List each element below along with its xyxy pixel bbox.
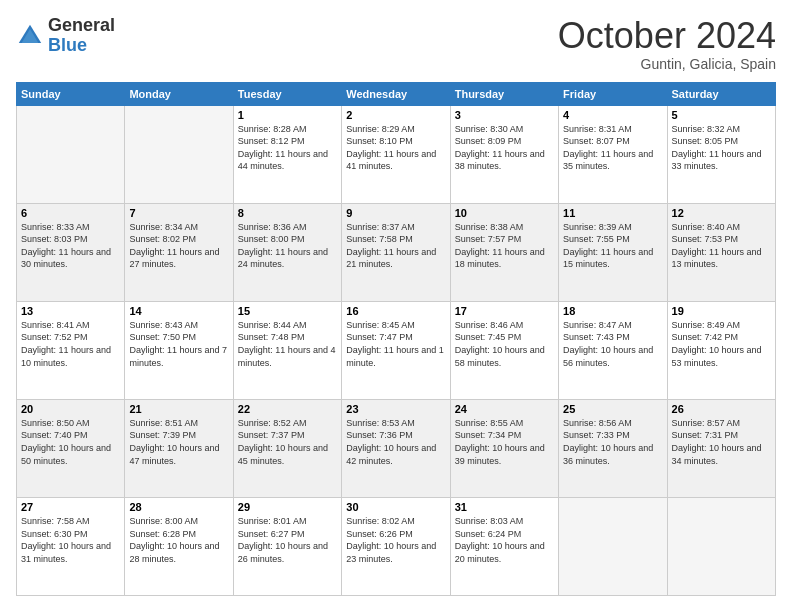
day-number: 12 [672, 207, 771, 219]
day-info: Sunrise: 8:30 AM Sunset: 8:09 PM Dayligh… [455, 123, 554, 173]
day-number: 1 [238, 109, 337, 121]
logo: General Blue [16, 16, 115, 56]
calendar-table: Sunday Monday Tuesday Wednesday Thursday… [16, 82, 776, 596]
table-row: 31Sunrise: 8:03 AM Sunset: 6:24 PM Dayli… [450, 497, 558, 595]
table-row: 30Sunrise: 8:02 AM Sunset: 6:26 PM Dayli… [342, 497, 450, 595]
day-info: Sunrise: 8:32 AM Sunset: 8:05 PM Dayligh… [672, 123, 771, 173]
day-info: Sunrise: 8:52 AM Sunset: 7:37 PM Dayligh… [238, 417, 337, 467]
day-info: Sunrise: 8:33 AM Sunset: 8:03 PM Dayligh… [21, 221, 120, 271]
calendar-row: 20Sunrise: 8:50 AM Sunset: 7:40 PM Dayli… [17, 399, 776, 497]
day-number: 22 [238, 403, 337, 415]
table-row [559, 497, 667, 595]
calendar-row: 6Sunrise: 8:33 AM Sunset: 8:03 PM Daylig… [17, 203, 776, 301]
month-title: October 2024 [558, 16, 776, 56]
logo-blue-text: Blue [48, 36, 115, 56]
table-row: 4Sunrise: 8:31 AM Sunset: 8:07 PM Daylig… [559, 105, 667, 203]
header-wednesday: Wednesday [342, 82, 450, 105]
weekday-header-row: Sunday Monday Tuesday Wednesday Thursday… [17, 82, 776, 105]
header-saturday: Saturday [667, 82, 775, 105]
table-row: 20Sunrise: 8:50 AM Sunset: 7:40 PM Dayli… [17, 399, 125, 497]
day-number: 6 [21, 207, 120, 219]
day-number: 7 [129, 207, 228, 219]
table-row: 21Sunrise: 8:51 AM Sunset: 7:39 PM Dayli… [125, 399, 233, 497]
header-monday: Monday [125, 82, 233, 105]
table-row: 28Sunrise: 8:00 AM Sunset: 6:28 PM Dayli… [125, 497, 233, 595]
table-row: 1Sunrise: 8:28 AM Sunset: 8:12 PM Daylig… [233, 105, 341, 203]
table-row: 12Sunrise: 8:40 AM Sunset: 7:53 PM Dayli… [667, 203, 775, 301]
day-info: Sunrise: 8:50 AM Sunset: 7:40 PM Dayligh… [21, 417, 120, 467]
logo-general-text: General [48, 16, 115, 36]
day-number: 11 [563, 207, 662, 219]
table-row: 16Sunrise: 8:45 AM Sunset: 7:47 PM Dayli… [342, 301, 450, 399]
day-info: Sunrise: 7:58 AM Sunset: 6:30 PM Dayligh… [21, 515, 120, 565]
day-info: Sunrise: 8:31 AM Sunset: 8:07 PM Dayligh… [563, 123, 662, 173]
day-number: 17 [455, 305, 554, 317]
table-row: 29Sunrise: 8:01 AM Sunset: 6:27 PM Dayli… [233, 497, 341, 595]
day-number: 28 [129, 501, 228, 513]
header-sunday: Sunday [17, 82, 125, 105]
day-number: 10 [455, 207, 554, 219]
day-info: Sunrise: 8:55 AM Sunset: 7:34 PM Dayligh… [455, 417, 554, 467]
calendar-row: 27Sunrise: 7:58 AM Sunset: 6:30 PM Dayli… [17, 497, 776, 595]
day-info: Sunrise: 8:45 AM Sunset: 7:47 PM Dayligh… [346, 319, 445, 369]
day-info: Sunrise: 8:41 AM Sunset: 7:52 PM Dayligh… [21, 319, 120, 369]
day-number: 20 [21, 403, 120, 415]
day-info: Sunrise: 8:40 AM Sunset: 7:53 PM Dayligh… [672, 221, 771, 271]
logo-text: General Blue [48, 16, 115, 56]
table-row: 5Sunrise: 8:32 AM Sunset: 8:05 PM Daylig… [667, 105, 775, 203]
day-info: Sunrise: 8:01 AM Sunset: 6:27 PM Dayligh… [238, 515, 337, 565]
calendar-row: 13Sunrise: 8:41 AM Sunset: 7:52 PM Dayli… [17, 301, 776, 399]
calendar-row: 1Sunrise: 8:28 AM Sunset: 8:12 PM Daylig… [17, 105, 776, 203]
table-row: 11Sunrise: 8:39 AM Sunset: 7:55 PM Dayli… [559, 203, 667, 301]
day-number: 31 [455, 501, 554, 513]
table-row [667, 497, 775, 595]
table-row: 10Sunrise: 8:38 AM Sunset: 7:57 PM Dayli… [450, 203, 558, 301]
table-row: 13Sunrise: 8:41 AM Sunset: 7:52 PM Dayli… [17, 301, 125, 399]
day-info: Sunrise: 8:43 AM Sunset: 7:50 PM Dayligh… [129, 319, 228, 369]
header-thursday: Thursday [450, 82, 558, 105]
day-info: Sunrise: 8:29 AM Sunset: 8:10 PM Dayligh… [346, 123, 445, 173]
table-row: 7Sunrise: 8:34 AM Sunset: 8:02 PM Daylig… [125, 203, 233, 301]
day-info: Sunrise: 8:53 AM Sunset: 7:36 PM Dayligh… [346, 417, 445, 467]
day-number: 29 [238, 501, 337, 513]
day-number: 5 [672, 109, 771, 121]
calendar-page: General Blue October 2024 Guntin, Galici… [0, 0, 792, 612]
day-number: 26 [672, 403, 771, 415]
table-row: 22Sunrise: 8:52 AM Sunset: 7:37 PM Dayli… [233, 399, 341, 497]
day-info: Sunrise: 8:02 AM Sunset: 6:26 PM Dayligh… [346, 515, 445, 565]
day-number: 21 [129, 403, 228, 415]
day-number: 19 [672, 305, 771, 317]
table-row: 17Sunrise: 8:46 AM Sunset: 7:45 PM Dayli… [450, 301, 558, 399]
day-number: 30 [346, 501, 445, 513]
header-friday: Friday [559, 82, 667, 105]
day-number: 3 [455, 109, 554, 121]
table-row: 3Sunrise: 8:30 AM Sunset: 8:09 PM Daylig… [450, 105, 558, 203]
table-row: 26Sunrise: 8:57 AM Sunset: 7:31 PM Dayli… [667, 399, 775, 497]
day-number: 14 [129, 305, 228, 317]
day-info: Sunrise: 8:36 AM Sunset: 8:00 PM Dayligh… [238, 221, 337, 271]
table-row: 27Sunrise: 7:58 AM Sunset: 6:30 PM Dayli… [17, 497, 125, 595]
day-number: 27 [21, 501, 120, 513]
day-info: Sunrise: 8:51 AM Sunset: 7:39 PM Dayligh… [129, 417, 228, 467]
table-row [17, 105, 125, 203]
day-number: 2 [346, 109, 445, 121]
day-info: Sunrise: 8:00 AM Sunset: 6:28 PM Dayligh… [129, 515, 228, 565]
day-info: Sunrise: 8:03 AM Sunset: 6:24 PM Dayligh… [455, 515, 554, 565]
table-row: 14Sunrise: 8:43 AM Sunset: 7:50 PM Dayli… [125, 301, 233, 399]
day-number: 23 [346, 403, 445, 415]
day-info: Sunrise: 8:28 AM Sunset: 8:12 PM Dayligh… [238, 123, 337, 173]
header: General Blue October 2024 Guntin, Galici… [16, 16, 776, 72]
table-row: 24Sunrise: 8:55 AM Sunset: 7:34 PM Dayli… [450, 399, 558, 497]
day-number: 4 [563, 109, 662, 121]
day-number: 25 [563, 403, 662, 415]
day-info: Sunrise: 8:49 AM Sunset: 7:42 PM Dayligh… [672, 319, 771, 369]
title-block: October 2024 Guntin, Galicia, Spain [558, 16, 776, 72]
day-info: Sunrise: 8:34 AM Sunset: 8:02 PM Dayligh… [129, 221, 228, 271]
day-number: 13 [21, 305, 120, 317]
table-row: 19Sunrise: 8:49 AM Sunset: 7:42 PM Dayli… [667, 301, 775, 399]
day-info: Sunrise: 8:46 AM Sunset: 7:45 PM Dayligh… [455, 319, 554, 369]
day-info: Sunrise: 8:57 AM Sunset: 7:31 PM Dayligh… [672, 417, 771, 467]
table-row: 23Sunrise: 8:53 AM Sunset: 7:36 PM Dayli… [342, 399, 450, 497]
day-number: 9 [346, 207, 445, 219]
table-row: 9Sunrise: 8:37 AM Sunset: 7:58 PM Daylig… [342, 203, 450, 301]
